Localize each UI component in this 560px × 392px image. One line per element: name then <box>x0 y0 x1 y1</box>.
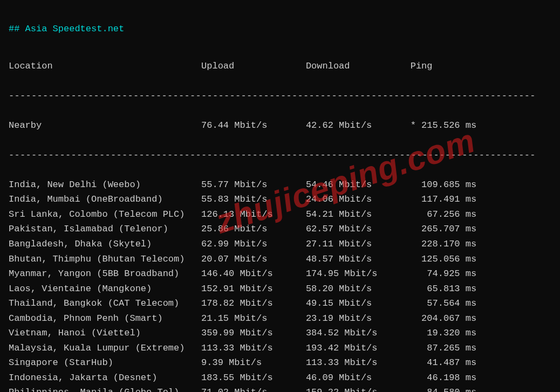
speedtest-row: Philippines, Manila (Globe Tel) 71.02 Mb… <box>9 385 551 392</box>
speedtest-row: Thailand, Bangkok (CAT Telecom) 178.82 M… <box>9 296 551 311</box>
divider-line: ----------------------------------------… <box>9 88 551 104</box>
terminal-output: ## Asia Speedtest.net Location Upload Do… <box>0 0 560 392</box>
nearby-row: Nearby 76.44 Mbit/s 42.62 Mbit/s * 215.5… <box>9 118 551 133</box>
speedtest-row: Malaysia, Kuala Lumpur (Extreme) 113.33 … <box>9 341 551 356</box>
section-title: ## Asia Speedtest.net <box>9 22 551 37</box>
speedtest-row: Cambodia, Phnom Penh (Smart) 21.15 Mbit/… <box>9 311 551 326</box>
speedtest-results: India, New Delhi (Weebo) 55.77 Mbit/s 54… <box>9 177 551 392</box>
speedtest-row: India, New Delhi (Weebo) 55.77 Mbit/s 54… <box>9 177 551 192</box>
speedtest-row: Vietnam, Hanoi (Viettel) 359.99 Mbit/s 3… <box>9 326 551 341</box>
speedtest-row: Indonesia, Jakarta (Desnet) 183.55 Mbit/… <box>9 370 551 386</box>
speedtest-row: Singapore (StarHub) 9.39 Mbit/s 113.33 M… <box>9 355 551 370</box>
speedtest-row: Pakistan, Islamabad (Telenor) 25.86 Mbit… <box>9 222 551 237</box>
speedtest-row: Sri Lanka, Colombo (Telecom PLC) 126.13 … <box>9 207 551 222</box>
speedtest-row: Bhutan, Thimphu (Bhutan Telecom) 20.07 M… <box>9 252 551 267</box>
column-headers: Location Upload Download Ping <box>9 59 551 74</box>
speedtest-row: Laos, Vientaine (Mangkone) 152.91 Mbit/s… <box>9 281 551 297</box>
speedtest-row: India, Mumbai (OneBroadband) 55.83 Mbit/… <box>9 192 551 207</box>
speedtest-row: Myanmar, Yangon (5BB Broadband) 146.40 M… <box>9 266 551 281</box>
divider-line: ----------------------------------------… <box>9 148 551 163</box>
speedtest-row: Bangladesh, Dhaka (Skytel) 62.99 Mbit/s … <box>9 237 551 252</box>
